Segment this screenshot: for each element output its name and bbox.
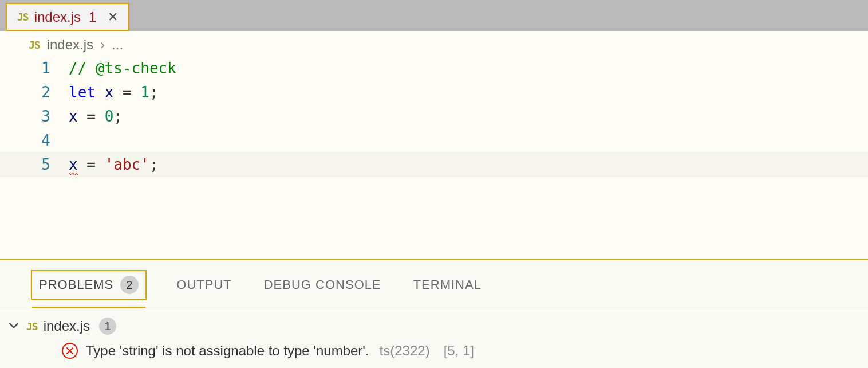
code-token: let — [69, 84, 96, 101]
code-line[interactable]: 1// @ts-check — [0, 56, 868, 80]
tab-output[interactable]: OUTPUT — [174, 274, 234, 296]
code-token: 'abc' — [105, 156, 149, 173]
tab-problem-count: 1 — [89, 9, 96, 25]
code-token — [78, 156, 87, 173]
line-number: 5 — [0, 156, 69, 173]
code-line[interactable]: 2let x = 1; — [0, 80, 868, 104]
panel-tab-strip: PROBLEMS 2 OUTPUT DEBUG CONSOLE TERMINAL — [0, 260, 868, 308]
problem-code: ts(2322) — [380, 343, 430, 359]
code-line[interactable]: 5x = 'abc'; — [0, 152, 868, 177]
code-token: = — [123, 84, 132, 101]
problems-file-name: index.js — [44, 318, 90, 334]
breadcrumb[interactable]: JS index.js › ... — [0, 31, 868, 55]
close-icon[interactable]: ✕ — [108, 10, 118, 25]
tab-terminal[interactable]: TERMINAL — [411, 274, 484, 296]
tab-terminal-label: TERMINAL — [413, 277, 482, 292]
code-token — [96, 84, 105, 101]
code-line[interactable]: 4 — [0, 128, 868, 152]
bottom-panel: PROBLEMS 2 OUTPUT DEBUG CONSOLE TERMINAL… — [0, 259, 868, 368]
error-icon — [62, 343, 78, 359]
js-file-icon: JS — [17, 11, 29, 23]
breadcrumb-filename: index.js — [47, 37, 93, 53]
chevron-down-icon[interactable] — [7, 318, 21, 334]
problem-location: [5, 1] — [444, 343, 474, 359]
problems-count-badge: 2 — [120, 276, 139, 294]
chevron-right-icon: › — [100, 37, 105, 53]
code-token — [132, 84, 141, 101]
file-problem-count-badge: 1 — [99, 318, 116, 335]
editor-tab[interactable]: JS index.js 1 ✕ — [6, 3, 129, 31]
code-token: x — [69, 108, 78, 125]
code-token: ; — [113, 108, 123, 125]
code-content[interactable]: // @ts-check — [69, 60, 868, 77]
problems-file-row[interactable]: JS index.js 1 — [7, 314, 868, 338]
code-token: 1 — [140, 84, 149, 101]
line-number: 4 — [0, 132, 69, 149]
code-token: // @ts-check — [69, 60, 176, 77]
code-token: 0 — [105, 108, 114, 125]
code-line[interactable]: 3x = 0; — [0, 104, 868, 128]
code-token: = — [86, 108, 96, 125]
line-number: 3 — [0, 108, 69, 125]
code-token — [96, 156, 105, 173]
code-token: ; — [149, 84, 159, 101]
code-token: x — [105, 84, 114, 101]
tab-debug-console-label: DEBUG CONSOLE — [264, 277, 381, 292]
js-file-icon: JS — [26, 320, 38, 332]
tab-output-label: OUTPUT — [176, 277, 231, 292]
code-token — [96, 108, 105, 125]
tab-debug-console[interactable]: DEBUG CONSOLE — [262, 274, 384, 296]
code-token: = — [86, 156, 96, 173]
js-file-icon: JS — [29, 39, 40, 51]
code-content[interactable]: x = 'abc'; — [69, 156, 868, 173]
problem-message: Type 'string' is not assignable to type … — [86, 343, 369, 359]
tab-bar: JS index.js 1 ✕ — [0, 0, 868, 31]
line-number: 2 — [0, 84, 69, 101]
code-token — [78, 108, 87, 125]
tab-problems[interactable]: PROBLEMS 2 — [31, 270, 147, 300]
problem-item[interactable]: Type 'string' is not assignable to type … — [7, 338, 868, 359]
line-number: 1 — [0, 60, 69, 77]
code-token: x — [69, 156, 78, 173]
tab-problems-label: PROBLEMS — [39, 277, 113, 292]
code-token — [113, 84, 123, 101]
code-content[interactable]: x = 0; — [69, 108, 868, 125]
breadcrumb-rest: ... — [112, 37, 123, 53]
problems-list: JS index.js 1 Type 'string' is not assig… — [0, 308, 868, 368]
code-content[interactable]: let x = 1; — [69, 84, 868, 101]
code-token: ; — [149, 156, 159, 173]
tab-filename: index.js — [34, 9, 81, 25]
